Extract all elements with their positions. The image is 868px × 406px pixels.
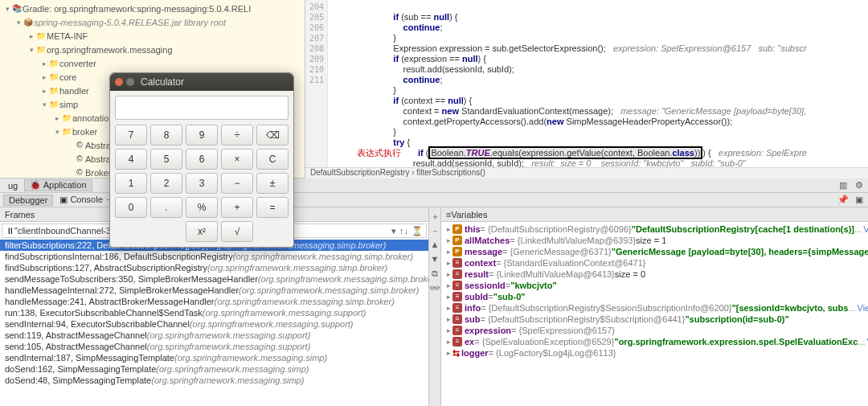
calc-key[interactable]: ÷ [221,125,253,146]
calc-key[interactable]: 7 [115,125,147,146]
restore-icon[interactable]: ▣ [854,195,865,205]
execution-highlight: Boolean.TRUE.equals(expression.getValue(… [428,146,702,159]
tree-item[interactable]: ▾📦spring-messaging-5.0.4.RELEASE.jar lib… [0,15,305,29]
variable-row[interactable]: ▸≡info = {DefaultSubscriptionRegistry$Se… [441,302,868,314]
calc-key[interactable]: − [221,173,253,194]
variables-title: Variables [451,210,487,219]
variable-row[interactable]: ▸Pmessage = {GenericMessage@6371} "Gener… [441,246,868,257]
glasses-icon[interactable]: 👓 [429,283,440,294]
chevron-down-icon[interactable]: ▾ [391,226,396,236]
calc-key[interactable]: × [221,149,253,170]
calc-key[interactable]: 6 [186,149,218,170]
next-frame-icon[interactable]: ↓ [404,226,409,236]
code-editor[interactable]: 204 205 206 207 208 209 210 211 if (sub … [305,0,868,178]
calc-key[interactable]: 2 [150,173,182,194]
calc-key[interactable]: 5 [150,149,182,170]
variable-row[interactable]: ▸PallMatches = {LinkedMultiValueMap@6393… [441,235,868,246]
filter-icon[interactable]: ⏳ [411,226,423,236]
minimize-icon[interactable] [126,78,134,86]
calc-key[interactable]: ⌫ [256,125,289,146]
code-body[interactable]: if (sub == null) { continue; } Expressio… [328,0,868,178]
debug-toolwindow-label: ug [3,181,23,191]
calc-key[interactable]: x² [186,221,218,242]
stack-frame[interactable]: run:138, ExecutorSubscribableChannel$Sen… [0,307,428,318]
layout-icon[interactable]: ▥ [837,180,849,191]
calculator-titlebar[interactable]: Calculator [110,73,293,91]
breadcrumb-method[interactable]: filterSubscriptions() [416,168,485,177]
pin-icon[interactable]: 📌 [837,195,849,205]
variable-row[interactable]: ▸≡subId = "sub-0" [441,291,868,302]
calc-key[interactable]: √ [221,221,253,242]
stack-frame[interactable]: handleMessage:241, AbstractBrokerMessage… [0,296,428,307]
calc-key[interactable]: ± [256,173,289,194]
variable-row[interactable]: ▸≡expression = {SpelExpression@6157} [441,325,868,336]
up-icon[interactable]: ▲ [429,240,440,251]
stack-frame[interactable]: sendMessageToSubscribers:350, SimpleBrok… [0,273,428,285]
settings-icon[interactable]: ⚙ [854,180,865,191]
calc-key[interactable]: C [256,149,289,170]
copy-icon[interactable]: ⧉ [429,269,440,280]
calculator-title: Calculator [141,76,184,88]
stack-frame[interactable]: handleMessageInternal:272, SimpleBrokerM… [0,285,428,296]
stack-frame[interactable]: send:119, AbstractMessageChannel (org.sp… [0,330,428,341]
calc-key[interactable]: + [221,197,253,218]
calculator-window[interactable]: Calculator 789÷⌫456×C123−±0.%+=x²√ [109,72,294,248]
calc-key[interactable]: = [256,197,289,218]
variable-row[interactable]: ▸≡sessionId = "kwbcjvto" [441,280,868,291]
gradle-root-label: Gradle: org.springframework:spring-messa… [23,4,251,14]
variable-row[interactable]: ▸⇆logger = {LogFactory$Log4jLog@6113} [441,347,868,359]
variable-row[interactable]: ▸≡context = {StandardEvaluationContext@6… [441,257,868,269]
variables-panel: ≡ Variables ▸Pthis = {DefaultSubscriptio… [441,207,868,406]
stack-frame[interactable]: doSend:48, SimpMessagingTemplate (org.sp… [0,375,428,386]
variable-row[interactable]: ▸≡result = {LinkedMultiValueMap@6413} si… [441,269,868,280]
add-watch-icon[interactable]: ＋ [429,211,440,222]
breadcrumb-class[interactable]: DefaultSubscriptionRegistry [310,168,409,177]
stack-frame[interactable]: sendInternal:187, SimpMessagingTemplate … [0,352,428,363]
close-icon[interactable] [115,78,123,86]
variable-row[interactable]: ▸Pthis = {DefaultSubscriptionRegistry@60… [441,224,868,235]
down-icon[interactable]: ▼ [429,254,440,265]
calc-key[interactable]: 3 [186,173,218,194]
frames-title: Frames [5,210,35,219]
calc-key[interactable]: 0 [115,197,147,218]
calc-key[interactable]: 8 [150,125,182,146]
stack-frame[interactable]: doSend:162, SimpMessagingTemplate (org.s… [0,363,428,375]
tree-item[interactable]: ▸📁converter [0,56,305,70]
tab-debugger[interactable]: Debugger [3,195,53,206]
remove-watch-icon[interactable]: － [429,225,440,236]
line-gutter: 204 205 206 207 208 209 210 211 [305,0,328,178]
calc-key[interactable]: . [150,197,182,218]
stack-frame[interactable]: findSubscriptions:127, AbstractSubscript… [0,262,428,273]
stack-frame[interactable]: sendInternal:94, ExecutorSubscribableCha… [0,318,428,330]
stack-frame[interactable]: send:105, AbstractMessageChannel (org.sp… [0,341,428,352]
execution-marker-label: 表达式执行 [334,148,418,158]
variable-toolbar: ＋ － ▲ ▼ ⧉ 👓 [429,207,441,406]
variable-list[interactable]: ▸Pthis = {DefaultSubscriptionRegistry@60… [441,222,868,406]
calc-key[interactable]: 1 [115,173,147,194]
run-config-application[interactable]: 🐞 Application [24,179,92,191]
variable-row[interactable]: ▸≡ex = {SpelEvaluationException@6529} "o… [441,336,868,347]
tree-item[interactable]: ▸📁META-INF [0,29,305,43]
gradle-root[interactable]: ▾ 📚 Gradle: org.springframework:spring-m… [0,2,305,15]
stack-frames[interactable]: filterSubscriptions:222, DefaultSubscrip… [0,240,428,406]
tree-item[interactable]: ▾📁org.springframework.messaging [0,43,305,56]
calc-key[interactable]: 4 [115,149,147,170]
calc-key[interactable]: 9 [186,125,218,146]
variable-row[interactable]: ▸≡sub = {DefaultSubscriptionRegistry$Sub… [441,314,868,325]
breadcrumb[interactable]: DefaultSubscriptionRegistry › filterSubs… [305,167,868,178]
calculator-display [115,96,289,120]
calc-key[interactable]: % [186,197,218,218]
stack-frame[interactable]: findSubscriptionsInternal:186, DefaultSu… [0,251,428,262]
